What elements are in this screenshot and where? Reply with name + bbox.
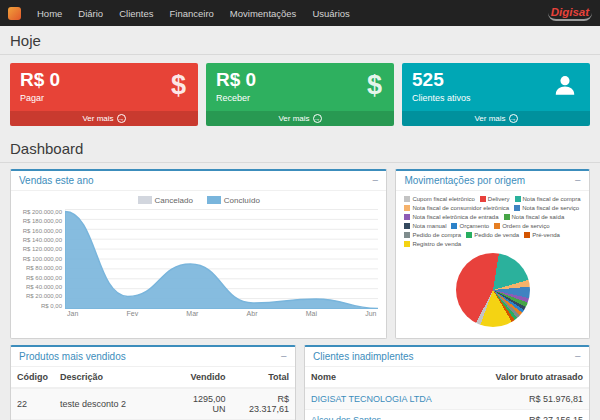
y-tick-label: R$ 0,00 xyxy=(41,303,62,309)
legend-swatch-icon xyxy=(404,214,410,220)
client-link[interactable]: DIGISAT TECNOLOGIA LTDA xyxy=(311,394,432,404)
legend-swatch-icon xyxy=(404,205,410,211)
pie-legend-label: Nota fiscal de compra xyxy=(523,195,581,203)
legend-label: Cancelado xyxy=(155,196,193,205)
table-cell: R$ 23.317,61 xyxy=(232,388,295,420)
y-tick-label: R$ 100.000,00 xyxy=(23,256,62,262)
pie-legend-item: Delivery xyxy=(480,195,510,203)
panel-title: Produtos mais vendidos xyxy=(19,351,126,362)
legend-swatch-icon xyxy=(515,196,521,202)
y-tick-label: R$ 40.000,00 xyxy=(26,284,62,290)
table-cell: DIGISAT TECNOLOGIA LTDA xyxy=(305,388,467,410)
x-tick-label: Mar xyxy=(186,310,198,317)
arrow-circle-icon: → xyxy=(313,114,322,123)
pie-legend-label: Nota fiscal de consumidor eletrônica xyxy=(412,204,509,212)
card-value: R$ 0 xyxy=(216,70,384,91)
pie-legend-label: Nota fiscal de saída xyxy=(512,213,565,221)
ver-mais-label: Ver mais xyxy=(278,114,309,123)
column-header: Descrição xyxy=(54,367,174,388)
minimize-button[interactable]: − xyxy=(575,175,581,186)
x-tick-label: Mai xyxy=(306,310,317,317)
table-row: Alceu dos SantosR$ 27.156,15 xyxy=(305,409,589,420)
column-header: Total xyxy=(232,367,295,388)
table-cell: Alceu dos Santos xyxy=(305,409,467,420)
column-header: Vendido xyxy=(174,367,232,388)
y-tick-label: R$ 60.000,00 xyxy=(26,275,62,281)
client-link[interactable]: Alceu dos Santos xyxy=(311,415,381,420)
nav-item-usuarios[interactable]: Usuários xyxy=(304,1,358,26)
y-tick-label: R$ 200.000,00 xyxy=(23,209,62,215)
x-tick-label: Jun xyxy=(365,310,376,317)
table-cell: 1295,00 UN xyxy=(174,388,232,420)
ver-mais-label: Ver mais xyxy=(474,114,505,123)
column-header: Código xyxy=(11,367,54,388)
pie-legend-item: Nota fiscal de compra xyxy=(515,195,581,203)
pie-legend-item: Nota fiscal eletrônica de entrada xyxy=(404,213,498,221)
pie-legend-label: Pedido de venda xyxy=(474,231,519,239)
bottom-panels: Produtos mais vendidos − CódigoDescrição… xyxy=(0,339,600,420)
panel-movimentacoes-por-origem: Movimentações por origem − Cupom fiscal … xyxy=(395,169,590,339)
legend-swatch-icon xyxy=(504,214,510,220)
pie-legend-item: Ordem de serviço xyxy=(494,222,549,230)
section-title-dashboard: Dashboard xyxy=(0,134,600,163)
x-tick-label: Jan xyxy=(67,310,78,317)
panel-clientes-inadimplentes: Clientes inadimplentes − NomeValor bruto… xyxy=(304,345,590,420)
ver-mais-link[interactable]: Ver mais→ xyxy=(402,111,590,126)
pie-legend-label: Nota fiscal de serviço xyxy=(522,204,579,212)
card-label: Pagar xyxy=(20,93,188,103)
pie-legend-item: Pré-venda xyxy=(524,231,560,239)
panel-title: Movimentações por origem xyxy=(404,175,525,186)
pie-legend-label: Pedido de compra xyxy=(412,231,461,239)
y-tick-label: R$ 180.000,00 xyxy=(23,218,62,224)
legend-swatch-icon xyxy=(451,223,457,229)
pie-legend: Cupom fiscal eletrônicoDeliveryNota fisc… xyxy=(404,195,581,248)
sales-area-chart xyxy=(65,209,378,309)
x-tick-label: Fev xyxy=(126,310,138,317)
nav-item-financeiro[interactable]: Financeiro xyxy=(161,1,221,26)
y-tick-label: R$ 120.000,00 xyxy=(23,246,62,252)
legend-swatch-icon xyxy=(404,223,410,229)
legend-swatch-icon xyxy=(524,232,530,238)
table-cell: R$ 27.156,15 xyxy=(467,409,589,420)
nav-item-movimentacoes[interactable]: Movimentações xyxy=(222,1,305,26)
y-tick-label: R$ 140.000,00 xyxy=(23,237,62,243)
legend-swatch-icon xyxy=(404,196,410,202)
pie-legend-label: Registro de venda xyxy=(412,240,461,248)
dollar-icon: $ xyxy=(367,72,382,99)
card-label: Receber xyxy=(216,93,384,103)
legend-item: Cancelado xyxy=(138,196,193,205)
legend-swatch-icon xyxy=(404,241,410,247)
minimize-button[interactable]: − xyxy=(372,175,378,186)
user-icon xyxy=(552,72,578,98)
nav-item-diario[interactable]: Diário xyxy=(70,1,111,26)
legend-swatch-icon xyxy=(480,196,486,202)
ver-mais-link[interactable]: Ver mais→ xyxy=(206,111,394,126)
ver-mais-label: Ver mais xyxy=(82,114,113,123)
pie-legend-label: Pré-venda xyxy=(532,231,560,239)
pie-legend-item: Cupom fiscal eletrônico xyxy=(404,195,474,203)
ver-mais-link[interactable]: Ver mais→ xyxy=(10,111,198,126)
pie-legend-label: Delivery xyxy=(488,195,510,203)
debtors-table: NomeValor bruto atrasado DIGISAT TECNOLO… xyxy=(305,367,589,420)
y-tick-label: R$ 80.000,00 xyxy=(26,265,62,271)
nav-item-home[interactable]: Home xyxy=(29,1,70,26)
panel-title: Vendas este ano xyxy=(19,175,94,186)
table-cell: 22 xyxy=(11,388,54,420)
column-header: Nome xyxy=(305,367,467,388)
minimize-button[interactable]: − xyxy=(575,351,581,362)
top-navbar: Home Diário Clientes Financeiro Moviment… xyxy=(0,0,600,26)
minimize-button[interactable]: − xyxy=(281,351,287,362)
pie-legend-label: Nota fiscal eletrônica de entrada xyxy=(412,213,498,221)
nav-item-clientes[interactable]: Clientes xyxy=(111,1,161,26)
pie-legend-item: Pedido de venda xyxy=(466,231,519,239)
pie-legend-label: Orçamento xyxy=(459,222,489,230)
table-cell: teste desconto 2 xyxy=(54,388,174,420)
pie-legend-item: Pedido de compra xyxy=(404,231,461,239)
legend-item: Concluído xyxy=(207,196,260,205)
y-axis-labels: R$ 200.000,00R$ 180.000,00R$ 160.000,00R… xyxy=(19,209,65,309)
panel-produtos-mais-vendidos: Produtos mais vendidos − CódigoDescrição… xyxy=(10,345,296,420)
pie-legend-item: Orçamento xyxy=(451,222,489,230)
pie-legend-item: Nota fiscal de serviço xyxy=(514,204,579,212)
pie-legend-label: Nota manual xyxy=(412,222,446,230)
legend-swatch-icon xyxy=(138,196,152,204)
